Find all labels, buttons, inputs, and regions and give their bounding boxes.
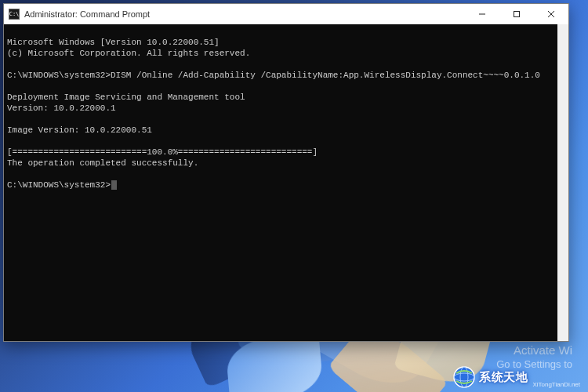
cmd-icon: C:\ xyxy=(9,9,20,20)
titlebar[interactable]: C:\ Administrator: Command Prompt xyxy=(4,4,568,24)
window-title: Administrator: Command Prompt xyxy=(24,9,150,19)
maximize-button[interactable] xyxy=(499,4,534,24)
console-line: [==========================100.0%=======… xyxy=(7,147,318,157)
watermark-globe-icon xyxy=(452,365,476,389)
svg-point-0 xyxy=(454,367,474,387)
minimize-button[interactable] xyxy=(465,4,499,24)
minimize-icon xyxy=(478,10,486,18)
cursor xyxy=(111,180,117,190)
console-line: C:\WINDOWS\system32>DISM /Online /Add-Ca… xyxy=(7,71,540,80)
console-area[interactable]: Microsoft Windows [Version 10.0.22000.51… xyxy=(4,24,568,341)
scrollbar[interactable] xyxy=(557,24,568,341)
site-watermark: 系统天地 XiTongTianDi.net xyxy=(452,365,580,389)
watermark-url: XiTongTianDi.net xyxy=(532,381,580,389)
console-line: Image Version: 10.0.22000.51 xyxy=(7,125,152,135)
window-controls xyxy=(465,4,568,24)
console-line: Version: 10.0.22000.1 xyxy=(7,103,116,113)
console-prompt: C:\WINDOWS\system32> xyxy=(7,180,111,190)
svg-rect-4 xyxy=(514,12,520,17)
close-icon xyxy=(547,10,555,18)
watermark-brand: 系统天地 xyxy=(479,370,528,385)
maximize-icon xyxy=(513,10,521,18)
console-line: The operation completed successfully. xyxy=(7,158,198,168)
command-prompt-window: C:\ Administrator: Command Prompt Micros… xyxy=(3,3,569,342)
activate-line1: Activate Wi xyxy=(496,343,572,357)
close-button[interactable] xyxy=(534,4,568,24)
console-line: Microsoft Windows [Version 10.0.22000.51… xyxy=(7,38,220,47)
console-line: Deployment Image Servicing and Managemen… xyxy=(7,93,245,102)
console-line: (c) Microsoft Corporation. All rights re… xyxy=(7,49,250,58)
